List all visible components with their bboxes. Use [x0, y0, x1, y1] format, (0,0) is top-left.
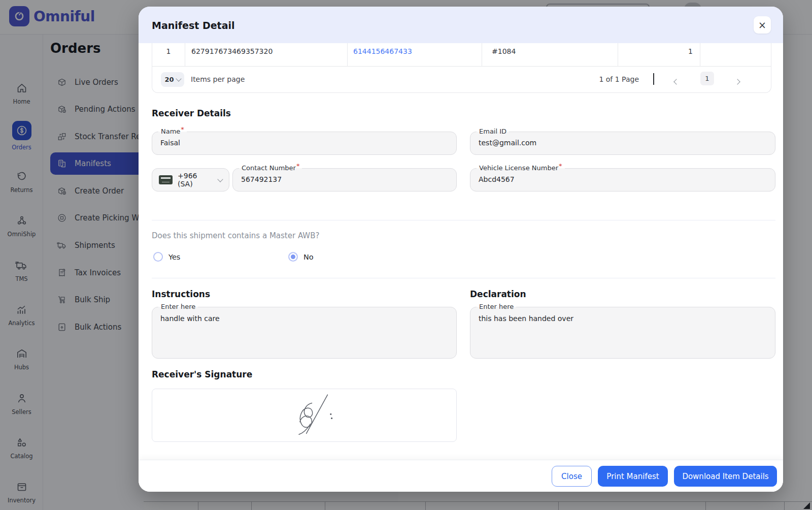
email-field[interactable]: Email ID test@gmail.com: [470, 132, 775, 155]
items-per-page-label: Items per page: [191, 75, 245, 83]
signature-image: [254, 390, 355, 441]
declaration-label: Enter here: [477, 303, 516, 310]
cell-order-number: #1084: [492, 47, 516, 55]
cell-serial-number: 627917673469357320: [191, 47, 273, 55]
cell-awb-link[interactable]: 6144156467433: [353, 47, 412, 55]
table-row: 1 627917673469357320 6144156467433 #1084…: [152, 43, 771, 67]
chevron-down-icon: [176, 76, 181, 81]
saudi-flag-icon: [159, 175, 173, 184]
contact-number-label: Contact Number: [239, 164, 302, 172]
text-cursor: [653, 73, 654, 85]
app-root: Omniful Home Orders Returns OmniShip TMS…: [0, 0, 812, 510]
close-icon[interactable]: ×: [754, 16, 771, 34]
radio-no[interactable]: No: [288, 252, 314, 262]
chevron-right-icon: [734, 79, 740, 84]
cell-quantity: 1: [618, 47, 693, 55]
instructions-heading: Instructions: [152, 289, 210, 299]
prev-page-button[interactable]: [674, 76, 679, 86]
email-label: Email ID: [477, 128, 509, 135]
download-item-details-button[interactable]: Download Item Details: [674, 466, 777, 487]
name-label: Name: [158, 128, 187, 135]
vehicle-license-label: Vehicle License Number: [477, 164, 565, 172]
page-size-select[interactable]: 20: [161, 72, 184, 87]
cell-index: 1: [152, 47, 185, 55]
contact-number-value: 567492137: [241, 175, 282, 183]
page-info: 1 of 1 Page: [599, 75, 639, 83]
vehicle-license-field[interactable]: Vehicle License Number Abcd4567: [470, 168, 775, 192]
declaration-heading: Declaration: [470, 289, 526, 299]
instructions-textarea[interactable]: Enter here handle with care: [152, 307, 457, 359]
name-field[interactable]: Name Faisal: [152, 132, 457, 155]
radio-yes-circle[interactable]: [153, 252, 163, 262]
instructions-label: Enter here: [158, 303, 198, 310]
receiver-details-heading: Receiver Details: [152, 108, 231, 118]
master-awb-question: Does this shipment contains a Master AWB…: [152, 231, 319, 240]
email-value: test@gmail.com: [479, 139, 536, 147]
name-value: Faisal: [160, 139, 180, 147]
instructions-value: handle with care: [160, 314, 220, 323]
declaration-value: this has been handed over: [479, 314, 573, 323]
chevron-down-icon: [217, 176, 223, 182]
next-page-button[interactable]: [735, 76, 739, 86]
contact-number-field[interactable]: Contact Number 567492137: [232, 168, 457, 192]
close-button[interactable]: Close: [552, 466, 592, 487]
vehicle-license-value: Abcd4567: [479, 175, 515, 183]
receiver-signature-heading: Receiver's Signature: [152, 369, 252, 379]
declaration-textarea[interactable]: Enter here this has been handed over: [470, 307, 775, 359]
radio-no-circle-selected[interactable]: [288, 252, 298, 262]
modal-footer: Close Print Manifest Download Item Detai…: [139, 460, 783, 492]
table-pagination: 20 Items per page 1 of 1 Page 1: [152, 67, 771, 92]
modal-title: Manifest Detail: [152, 20, 235, 31]
radio-yes[interactable]: Yes: [153, 252, 180, 262]
country-code-select[interactable]: +966 (SA): [152, 168, 229, 192]
section-divider: [152, 220, 775, 220]
modal-header: Manifest Detail ×: [139, 7, 783, 43]
chevron-left-icon: [673, 79, 679, 84]
section-divider: [152, 278, 775, 278]
manifest-items-table: 1 627917673469357320 6144156467433 #1084…: [152, 43, 771, 93]
manifest-detail-modal: Manifest Detail × 1 627917673469357320 6…: [139, 7, 783, 492]
country-code-value: +966 (SA): [178, 172, 213, 188]
print-manifest-button[interactable]: Print Manifest: [598, 466, 668, 487]
signature-box: [152, 389, 457, 442]
current-page-button[interactable]: 1: [700, 72, 714, 85]
